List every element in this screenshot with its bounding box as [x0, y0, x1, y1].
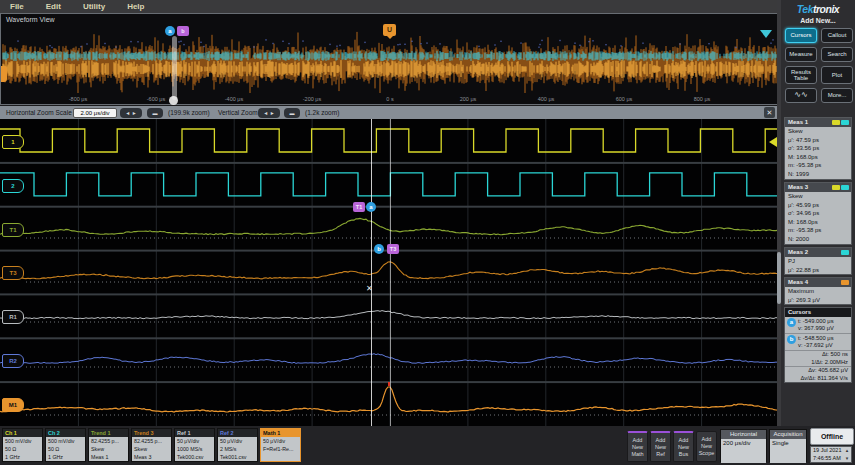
menu-help[interactable]: Help — [127, 2, 144, 11]
spin-up-icon[interactable]: ▴ — [843, 447, 851, 455]
meas-line: N: 1999 — [785, 170, 851, 179]
trigger-level-arrow[interactable] — [769, 137, 777, 147]
channel-handle-trend1[interactable]: T1 — [2, 223, 24, 237]
tekscope-app: File Edit Utility Help Waveform View -80… — [0, 0, 855, 465]
meas-line: Maximum — [785, 287, 851, 296]
meas-line: m: -95.38 ps — [785, 161, 851, 170]
cursor-b-icon: b — [787, 335, 796, 344]
meas-line: N: 2000 — [785, 235, 851, 244]
h-zoom-factor: (199.9k zoom) — [168, 109, 210, 116]
v-zoom-in-button[interactable]: ◄ ► — [258, 108, 280, 118]
h-zoom-in-button[interactable]: ◄ ► — [120, 108, 142, 118]
datetime-widget[interactable]: 19 Jul 2021 7:46:55 AM ▴ ▾ — [810, 446, 852, 463]
meas-line: M: 168.0ps — [785, 153, 851, 162]
cursor-a-marker[interactable]: a — [366, 202, 376, 212]
add-plot-button[interactable]: Plot — [821, 66, 853, 84]
meas-line: σ': 33.56 ps — [785, 144, 851, 153]
overview-tick: -600 μs — [147, 96, 165, 102]
h-zoom-scale-input[interactable] — [73, 108, 117, 118]
cursor-b-readout: b t: -548.500 μs v: -37.692 μV — [785, 334, 851, 351]
meas4-badge[interactable]: Meas 4 Maximum μ': 269.3 μV — [784, 277, 852, 305]
acquisition-badge[interactable]: Acquisition Single — [769, 429, 807, 462]
add-new-label: Add New... — [781, 17, 855, 24]
results-sidebar: Tektronix Add New... Cursors Callout Mea… — [781, 0, 855, 426]
zoom-window-handle[interactable] — [172, 36, 177, 100]
date-value: 19 Jul 2021 — [813, 447, 843, 455]
scope-icon-button[interactable]: ∿∿ — [785, 88, 817, 103]
cursor-b-line[interactable] — [390, 119, 391, 426]
channel-handle-ref1[interactable]: R1 — [2, 310, 24, 324]
trigger-position-marker[interactable]: U — [383, 24, 396, 36]
delta-v-over-t: Δv/Δt: 811.364 V/s — [785, 375, 848, 383]
meas1-title: Meas 1 — [788, 119, 808, 125]
intersection-marker: ✕ — [366, 285, 373, 293]
v-zoom-out-button[interactable]: ▬ — [284, 108, 300, 118]
menu-utility[interactable]: Utility — [83, 2, 105, 11]
overview-cursor-b-flag[interactable]: b — [177, 26, 189, 36]
trend3-badge[interactable]: Trend 382.4255 p...SkewMeas 3 — [131, 428, 172, 462]
horizontal-badge[interactable]: Horizontal 200 μs/div — [720, 429, 767, 462]
add-search-button[interactable]: Search — [821, 47, 853, 62]
add-new-ref-button[interactable]: AddNewRef — [650, 431, 671, 462]
spin-down-icon[interactable]: ▾ — [843, 455, 851, 463]
add-new-scope-button[interactable]: AddNewScope — [696, 431, 717, 462]
meas-line: μ': 269.3 μV — [785, 296, 851, 305]
channel-handle-ch2[interactable]: 2 — [2, 179, 24, 193]
menu-edit[interactable]: Edit — [46, 2, 61, 11]
channel-handle-ch1[interactable]: 1 — [2, 135, 24, 149]
meas-line: M: 168.0ps — [785, 218, 851, 227]
cursor-b-t: t: -548.500 μs — [798, 335, 834, 342]
add-callout-button[interactable]: Callout — [821, 28, 853, 43]
overview-tick: 800 μs — [694, 96, 711, 102]
add-cursors-button[interactable]: Cursors — [785, 28, 817, 43]
overview-tick: 200 μs — [460, 96, 477, 102]
add-new-math-button[interactable]: AddNewMath — [627, 431, 648, 462]
more-button[interactable]: More... — [821, 88, 853, 103]
overview-tick: -800 μs — [69, 96, 87, 102]
cursor-a-line[interactable] — [371, 119, 372, 426]
meas-line: μ': 47.59 ps — [785, 136, 851, 145]
meas2-badge[interactable]: Meas 2 PJ μ': 22.88 ps — [784, 247, 852, 275]
menu-file[interactable]: File — [10, 2, 24, 11]
ch2-badge[interactable]: Ch 2500 mV/div50 Ω1 GHz — [45, 428, 86, 462]
overview-cursor-a[interactable]: a — [165, 26, 175, 36]
meas3-title: Meas 3 — [788, 184, 808, 190]
meas1-badge[interactable]: Meas 1 Skew μ': 47.59 ps σ': 33.56 ps M:… — [784, 117, 852, 180]
trend1-badge[interactable]: Trend 182.4255 p...SkewMeas 1 — [88, 428, 129, 462]
time-value: 7:46:55 AM — [813, 455, 843, 463]
add-measure-button[interactable]: Measure — [785, 47, 817, 62]
channel-handle-ref2[interactable]: R2 — [2, 354, 24, 368]
channel-handle-math1[interactable]: M1 — [2, 398, 24, 412]
ch1-badge[interactable]: Ch 1500 mV/div50 Ω1 GHz — [2, 428, 43, 462]
math1-badge[interactable]: Math 150 μV/divF=Ref1-Re... — [260, 428, 301, 462]
ref1-badge[interactable]: Ref 150 μV/div1000 MS/sTek000.csv — [174, 428, 215, 462]
cursors-badge[interactable]: Cursors a t: -549.000 μs v: 367.990 μV b… — [784, 307, 852, 383]
meas4-source-chips — [841, 280, 849, 285]
overview-tick: 400 μs — [538, 96, 555, 102]
meas-line: m: -95.38 ps — [785, 226, 851, 235]
cursor-a-v: v: 367.990 μV — [798, 325, 834, 332]
close-zoom-icon[interactable]: ✕ — [764, 107, 775, 118]
overview-channel-handle[interactable] — [1, 66, 7, 82]
h-zoom-out-button[interactable]: ▬ — [147, 108, 163, 118]
trend3-flag[interactable]: T3 — [387, 244, 399, 254]
offline-button[interactable]: Offline — [810, 428, 854, 445]
channel-handle-trend3[interactable]: T3 — [2, 266, 24, 280]
meas-line: Skew — [785, 127, 851, 136]
overview-title: Waveform View — [6, 16, 55, 23]
cursors-title: Cursors — [788, 309, 811, 315]
meas3-badge[interactable]: Meas 3 Skew μ': 45.99 ps σ': 34.96 ps M:… — [784, 182, 852, 245]
filter-icon[interactable] — [760, 30, 772, 38]
meas-line: σ': 34.96 ps — [785, 209, 851, 218]
add-results-table-button[interactable]: Results Table — [785, 66, 817, 84]
cursor-b-marker[interactable]: b — [374, 244, 384, 254]
cursor-b-v: v: -37.692 μV — [798, 342, 834, 349]
overview-tick: 0 s — [386, 96, 393, 102]
delta-v: Δv: 405.682 μV — [785, 367, 848, 375]
meas-line: μ': 22.88 ps — [785, 266, 851, 275]
zoom-window-knob[interactable] — [169, 96, 178, 105]
add-new-bus-button[interactable]: AddNewBus — [673, 431, 694, 462]
trend1-flag[interactable]: T1 — [353, 202, 365, 212]
inv-delta-t: 1/Δt: 2.00MHz — [785, 359, 848, 367]
ref2-badge[interactable]: Ref 250 μV/div2 MS/sTek001.csv — [217, 428, 258, 462]
